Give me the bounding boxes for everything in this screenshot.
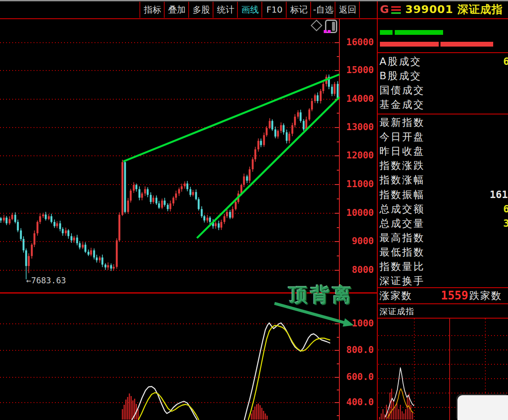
- indicator-axis-label: 800.0: [341, 345, 374, 355]
- price-axis-label: 13000: [341, 122, 374, 132]
- menu-item-5[interactable]: 画线: [237, 2, 262, 18]
- price-axis-label: 16000: [341, 37, 374, 47]
- index-row-1-label: 最新指数: [379, 115, 425, 130]
- stock-code: 399001: [405, 3, 453, 16]
- gridlines: [0, 43, 507, 420]
- window-top-edge: [0, 0, 508, 1]
- volume-row-4-label: 基金成交: [379, 97, 425, 112]
- index-row-9-label: 最高指数: [379, 231, 425, 245]
- index-row-4-label: 指数涨跌: [379, 158, 425, 173]
- menu-item-4[interactable]: 统计: [213, 2, 238, 18]
- decliners-label: 跌家数: [469, 288, 502, 303]
- mini-intraday-chart[interactable]: [379, 368, 414, 420]
- stock-title: 399001 深证成指: [405, 2, 503, 17]
- candlestick-series: [0, 74, 339, 279]
- menu-item-3[interactable]: 多股: [188, 2, 213, 18]
- chart-canvas[interactable]: [0, 0, 508, 420]
- indicator-axis-label: 1000: [341, 318, 374, 329]
- menu-item-2[interactable]: 叠加: [164, 2, 189, 18]
- split-panel-icon[interactable]: [325, 20, 337, 33]
- index-row-11-label: 指数量比: [379, 259, 425, 274]
- price-axis-label: 8000: [341, 265, 374, 275]
- menu-item-6[interactable]: F10: [261, 2, 287, 18]
- index-row-5-label: 指数涨幅: [379, 173, 425, 187]
- trading-terminal-window: 指标叠加多股统计画线F10标记-自选返回 G 399001 深证成指 ←7683…: [0, 0, 508, 420]
- indicator-axis-label: 600.0: [341, 372, 374, 382]
- index-row-6-label: 指数振幅: [379, 188, 425, 202]
- index-row-7-value: 6: [503, 202, 508, 216]
- price-axis-label: 9000: [341, 236, 374, 246]
- divergence-annotation: 顶背离: [288, 282, 354, 308]
- top-menu-bar: 指标叠加多股统计画线F10标记-自选返回 G 399001 深证成指: [0, 0, 508, 18]
- price-axis-label: 10000: [341, 208, 374, 218]
- price-axis-label: 12000: [341, 150, 374, 161]
- magenta-marker-icon: [324, 30, 327, 33]
- low-price-marker: ←7683.63: [26, 276, 66, 285]
- index-row-12-label: 深证换手: [379, 274, 425, 288]
- volume-row-1-label: A股成交: [379, 54, 422, 69]
- volume-row-3-label: 国债成交: [379, 83, 425, 97]
- notification-popup: [457, 395, 508, 420]
- index-row-10-label: 最低指数: [379, 245, 425, 259]
- panel-dividers: [0, 0, 508, 420]
- stock-name: 深证成指: [457, 3, 503, 16]
- status-badge: G: [380, 3, 389, 16]
- price-axis-label: 14000: [341, 94, 374, 104]
- sidebar-volume-bars: [380, 30, 493, 47]
- menu-item-8[interactable]: -自选: [310, 2, 335, 18]
- menu-separator: [359, 2, 360, 18]
- mini-chart-title: 深证成指: [379, 304, 414, 318]
- advancers-label: 涨家数: [379, 288, 412, 303]
- index-row-3-label: 昨日收盘: [379, 144, 425, 158]
- menu-item-1[interactable]: 指标: [139, 2, 165, 18]
- quote-list-icon[interactable]: [391, 6, 402, 15]
- menu-item-9[interactable]: 返回: [335, 2, 360, 18]
- indicator-axis-label: 400.0: [341, 397, 374, 407]
- volume-row-1-value: 6: [503, 54, 508, 69]
- menu-item-7[interactable]: 标记: [286, 2, 311, 18]
- index-row-7-label: 总成交额: [379, 202, 425, 216]
- volume-row-2-label: B股成交: [379, 69, 422, 83]
- price-axis-label: 15000: [341, 65, 374, 75]
- price-axis-label: 11000: [341, 179, 374, 189]
- index-row-8-label: 总成交量: [379, 216, 425, 231]
- index-row-8-value: 3: [503, 216, 508, 231]
- advancers-count: 1559: [441, 288, 468, 303]
- magenta-marker-icon: [328, 30, 331, 33]
- index-row-6-value: 161: [490, 188, 508, 202]
- index-row-2-label: 今日开盘: [379, 130, 425, 144]
- indicator-panel-series: [122, 323, 330, 420]
